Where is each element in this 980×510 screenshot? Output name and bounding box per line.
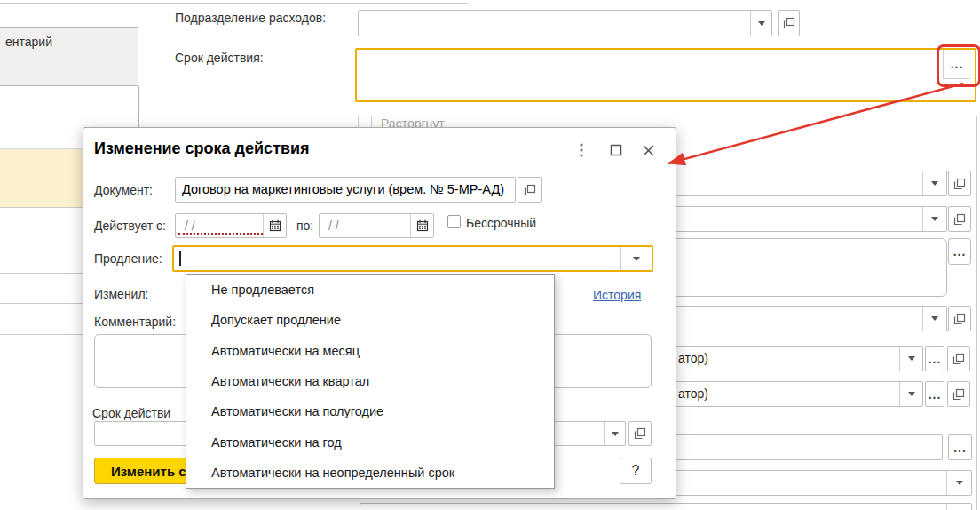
dropdown-option[interactable]: Допускает продление <box>186 305 554 335</box>
open-value-button[interactable] <box>948 171 971 196</box>
valid-to-input[interactable]: / / <box>319 213 434 238</box>
dropdown-button[interactable] <box>604 422 625 445</box>
bg-ellipsis-button[interactable]: ... <box>948 238 971 265</box>
open-in-window-icon <box>783 17 795 29</box>
divider <box>0 3 468 4</box>
dropdown-button[interactable] <box>922 171 946 195</box>
open-value-button[interactable] <box>948 206 971 232</box>
chevron-down-icon <box>612 432 619 436</box>
calendar-icon <box>416 219 429 232</box>
dialog-title: Изменение срока действия <box>94 139 310 158</box>
prolongation-label: Продление: <box>94 251 162 266</box>
open-in-window-icon <box>952 353 965 365</box>
dropdown-button[interactable] <box>946 471 971 495</box>
maximize-icon <box>610 144 622 156</box>
dialog-menu-button[interactable] <box>573 141 589 159</box>
open-value-button[interactable] <box>947 381 970 407</box>
ellipsis-icon: ... <box>953 441 967 455</box>
ellipsis-icon: ... <box>929 352 942 366</box>
valid-from-label: Действует с: <box>94 219 166 233</box>
help-button-label: ? <box>632 463 640 479</box>
chevron-down-icon <box>931 181 938 186</box>
dropdown-button[interactable] <box>750 11 771 36</box>
dropdown-option[interactable]: Автоматически на неопределенный срок <box>186 458 554 488</box>
history-link[interactable]: История <box>593 288 641 302</box>
dots-vertical-icon <box>579 142 584 158</box>
open-value-button[interactable] <box>948 306 971 331</box>
help-button[interactable]: ? <box>620 458 652 484</box>
chevron-down-icon <box>931 217 938 221</box>
close-icon <box>642 144 655 157</box>
bg-ellipsis-button[interactable]: ... <box>925 346 944 371</box>
dropdown-option[interactable]: Автоматически на месяц <box>186 336 554 366</box>
changed-by-label: Изменил: <box>94 287 149 301</box>
dropdown-button[interactable] <box>922 207 946 231</box>
partial-value: атор) <box>678 386 708 401</box>
ellipsis-icon: ... <box>953 244 967 259</box>
open-in-window-icon <box>634 427 646 440</box>
tab-comment-label: ентарий <box>5 35 52 49</box>
open-in-window-icon <box>953 213 966 226</box>
open-value-button[interactable] <box>628 421 652 446</box>
valid-from-input[interactable]: / / <box>175 213 287 238</box>
chevron-down-icon <box>956 481 963 485</box>
chevron-down-icon <box>908 392 915 396</box>
open-in-window-icon <box>524 184 536 196</box>
valid-from-calendar-button[interactable] <box>263 214 286 237</box>
dialog-close-button[interactable] <box>639 141 657 159</box>
dropdown-button[interactable] <box>921 504 947 510</box>
dropdown-option[interactable]: Не продлевается <box>186 275 554 305</box>
dropdown-button[interactable] <box>922 307 946 331</box>
app-window: ентарий Подразделение расходов: Срок дей… <box>0 0 980 510</box>
chevron-down-icon <box>758 21 765 26</box>
open-value-button[interactable] <box>947 346 970 371</box>
dialog-maximize-button[interactable] <box>607 141 625 159</box>
date-placeholder: / / <box>328 219 339 233</box>
document-label: Документ: <box>94 183 153 197</box>
validity-period-label: Срок действи <box>92 406 170 420</box>
open-value-button[interactable] <box>778 10 800 36</box>
prolongation-dropdown-list: Не продлевается Допускает продление Авто… <box>186 274 555 489</box>
date-placeholder: / / <box>185 219 195 233</box>
prolongation-combo[interactable] <box>172 245 653 272</box>
window-edge <box>976 116 977 510</box>
document-field[interactable]: Договор на маркетинговые услуги (врем. №… <box>175 177 516 203</box>
dropdown-button[interactable] <box>899 347 922 371</box>
bg-ellipsis-button[interactable]: ... <box>948 434 972 460</box>
prolongation-dropdown-button[interactable] <box>620 247 652 270</box>
dropdown-button[interactable] <box>899 382 922 406</box>
change-button-label: Изменить с <box>111 464 186 479</box>
left-panel <box>0 86 139 127</box>
validity-period-field[interactable]: ... <box>355 48 976 102</box>
document-open-button[interactable] <box>518 177 542 203</box>
partial-value: атор) <box>678 351 708 365</box>
chevron-down-icon <box>633 257 640 261</box>
chevron-down-icon <box>931 316 938 321</box>
validity-ellipsis-button[interactable]: ... <box>943 50 970 79</box>
calendar-icon <box>269 219 281 232</box>
text-caret <box>179 251 181 266</box>
tab-comment[interactable]: ентарий <box>0 27 138 86</box>
ellipsis-icon: ... <box>929 387 942 402</box>
required-field-underline <box>178 233 263 235</box>
open-in-window-icon <box>953 178 966 190</box>
validity-period-label: Срок действия: <box>175 51 264 65</box>
valid-to-label: по: <box>296 219 313 233</box>
comment-label: Комментарий: <box>94 315 176 329</box>
open-in-window-icon <box>952 388 965 401</box>
bg-ellipsis-button[interactable]: ... <box>925 381 944 407</box>
dropdown-option[interactable]: Автоматически на год <box>186 426 554 457</box>
bg-bottom-field[interactable] <box>360 503 972 510</box>
expense-department-label: Подразделение расходов: <box>175 11 326 25</box>
expense-department-input[interactable] <box>358 10 772 36</box>
chevron-down-icon <box>908 356 915 361</box>
open-in-window-icon <box>953 313 966 325</box>
perpetual-checkbox[interactable] <box>447 215 461 228</box>
valid-to-calendar-button[interactable] <box>410 214 433 237</box>
dropdown-option[interactable]: Автоматически на полугодие <box>186 396 554 426</box>
ellipsis-icon: ... <box>951 57 964 71</box>
dropdown-option[interactable]: Автоматически на квартал <box>186 366 554 396</box>
perpetual-label: Бессрочный <box>466 216 536 230</box>
document-value: Договор на маркетинговые услуги (врем. №… <box>182 182 504 196</box>
